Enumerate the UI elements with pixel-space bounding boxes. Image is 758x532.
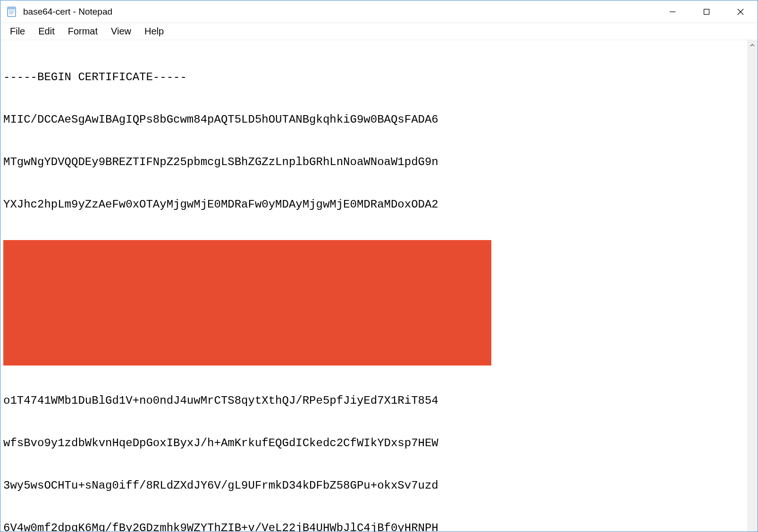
text-line: o1T4741WMb1DuBlGd1V+no0ndJ4uwMrCTS8qytXt… (3, 394, 746, 408)
vertical-scrollbar[interactable] (747, 40, 758, 532)
maximize-button[interactable] (690, 0, 724, 23)
text-line: 6V4w0mf2dpqK6Mg/fBy2GDzmhk9WZYThZIB+v/Ve… (3, 521, 746, 532)
text-editor[interactable]: -----BEGIN CERTIFICATE----- MIIC/DCCAeSg… (0, 40, 747, 532)
svg-rect-6 (704, 9, 709, 14)
text-line: -----BEGIN CERTIFICATE----- (3, 70, 746, 84)
svg-rect-1 (8, 7, 16, 9)
text-line: MTgwNgYDVQQDEy9BREZTIFNpZ25pbmcgLSBhZGZz… (3, 155, 746, 169)
window-controls (656, 0, 758, 23)
scroll-up-icon[interactable] (747, 40, 758, 50)
menu-view[interactable]: View (104, 24, 138, 39)
notepad-window: base64-cert - Notepad File Edit Format V… (0, 0, 758, 532)
window-title: base64-cert - Notepad (23, 7, 656, 17)
text-line: wfsBvo9y1zdbWkvnHqeDpGoxIByxJ/h+AmKrkufE… (3, 436, 746, 450)
menu-help[interactable]: Help (138, 24, 170, 39)
text-line: YXJhc2hpLm9yZzAeFw0xOTAyMjgwMjE0MDRaFw0y… (3, 198, 746, 212)
menubar: File Edit Format View Help (0, 23, 758, 40)
redaction-overlay (3, 240, 491, 366)
content-wrap: -----BEGIN CERTIFICATE----- MIIC/DCCAeSg… (0, 40, 758, 532)
notepad-app-icon (6, 6, 17, 17)
minimize-button[interactable] (656, 0, 690, 23)
text-line: 3wy5wsOCHTu+sNag0iff/8RLdZXdJY6V/gL9UFrm… (3, 479, 746, 493)
menu-edit[interactable]: Edit (32, 24, 61, 39)
text-line: MIIC/DCCAeSgAwIBAgIQPs8bGcwm84pAQT5LD5hO… (3, 113, 746, 127)
editor-area: -----BEGIN CERTIFICATE----- MIIC/DCCAeSg… (0, 40, 758, 532)
menu-file[interactable]: File (3, 24, 32, 39)
menu-format[interactable]: Format (61, 24, 104, 39)
close-button[interactable] (724, 0, 758, 23)
titlebar[interactable]: base64-cert - Notepad (0, 0, 758, 23)
